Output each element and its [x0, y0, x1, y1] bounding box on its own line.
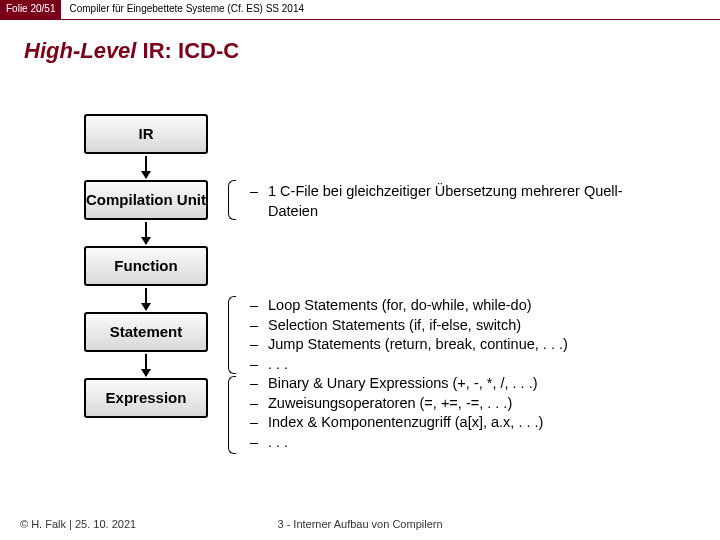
course-title: Compiler für Eingebettete Systeme (Cf. E…	[61, 0, 312, 19]
arrow-cu-fn	[145, 222, 147, 244]
node-compilation-unit: Compilation Unit	[84, 180, 208, 220]
desc-stmt-6: Index & Komponentenzugriff (a[x], a.x, .…	[268, 413, 543, 433]
node-statement: Statement	[84, 312, 208, 352]
desc-stmt-1: Selection Statements (if, if-else, switc…	[268, 316, 521, 336]
content-area: IR Compilation Unit –1 C-File bei gleich…	[0, 64, 720, 504]
title-italic: High-Level	[24, 38, 136, 63]
desc-stmt-3: . . .	[268, 355, 288, 375]
desc-stmt-7: . . .	[268, 433, 288, 453]
desc-compilation-unit: –1 C-File bei gleichzeitiger Übersetzung…	[250, 182, 670, 221]
node-expression: Expression	[84, 378, 208, 418]
brace-stmt	[228, 296, 236, 374]
desc-statement-expression: –Loop Statements (for, do-while, while-d…	[250, 296, 700, 453]
node-ir: IR	[84, 114, 208, 154]
arrow-stmt-expr	[145, 354, 147, 376]
arrow-ir-cu	[145, 156, 147, 178]
desc-cu-0: 1 C-File bei gleichzeitiger Übersetzung …	[268, 182, 670, 221]
header-strip: Folie 20/51 Compiler für Eingebettete Sy…	[0, 0, 720, 20]
slide-title: High-Level IR: ICD-C	[0, 20, 720, 64]
arrow-fn-stmt	[145, 288, 147, 310]
desc-stmt-2: Jump Statements (return, break, continue…	[268, 335, 568, 355]
title-rest: IR: ICD-C	[136, 38, 239, 63]
brace-cu	[228, 180, 236, 220]
desc-stmt-5: Zuweisungsoperatoren (=, +=, -=, . . .)	[268, 394, 512, 414]
slide-number-box: Folie 20/51	[0, 0, 61, 19]
desc-stmt-4: Binary & Unary Expressions (+, -, *, /, …	[268, 374, 538, 394]
brace-expr	[228, 376, 236, 454]
node-function: Function	[84, 246, 208, 286]
footer-copyright: © H. Falk | 25. 10. 2021	[20, 518, 136, 530]
footer-section: 3 - Interner Aufbau von Compilern	[277, 518, 442, 530]
desc-stmt-0: Loop Statements (for, do-while, while-do…	[268, 296, 532, 316]
